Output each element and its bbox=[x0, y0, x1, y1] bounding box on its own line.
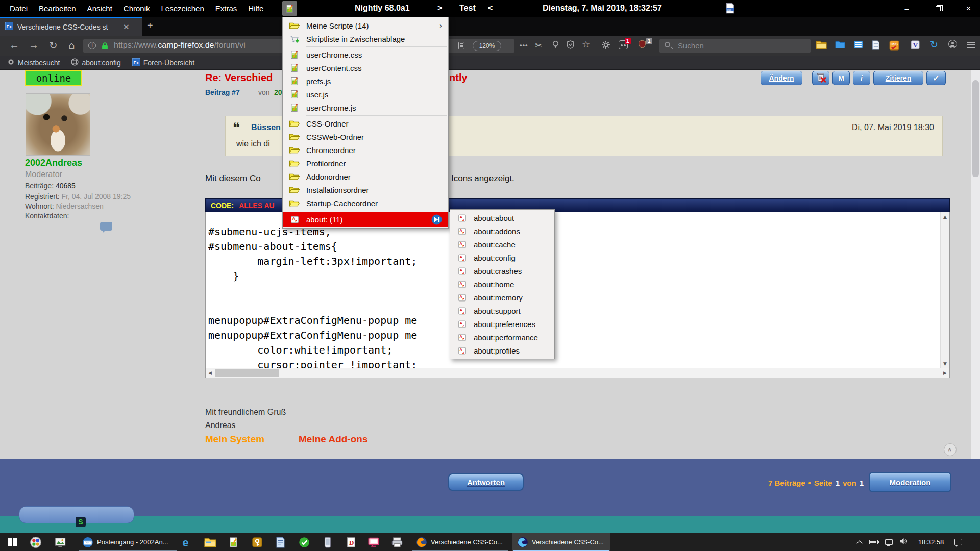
post-number-link[interactable]: Beitrag #7 bbox=[205, 88, 240, 96]
bookmark-meistbesucht[interactable]: Meistbesucht bbox=[7, 58, 60, 67]
taskbar-icon-notepad[interactable] bbox=[227, 535, 240, 549]
menubar-item-chronik[interactable]: Chronik bbox=[118, 4, 156, 13]
menu-item-startup-cacheordner[interactable]: Startup-Cacheordner bbox=[283, 196, 448, 210]
post-title-fragment-left[interactable]: Re: Verschied bbox=[205, 72, 273, 84]
menu-item-userchrome-js[interactable]: userChrome.js bbox=[283, 101, 448, 114]
tray-battery[interactable] bbox=[867, 533, 880, 551]
menubar-item-lesezeichen[interactable]: Lesezeichen bbox=[156, 4, 210, 13]
submenu-item-about-profiles[interactable]: Azabout:profiles bbox=[450, 344, 554, 357]
taskbar-icon-check[interactable] bbox=[297, 535, 311, 549]
menu-item-profilordner[interactable]: Profilordner bbox=[283, 157, 448, 170]
post-author-link-fragment[interactable]: 20 bbox=[274, 88, 282, 96]
submenu-item-about-memory[interactable]: Azabout:memory bbox=[450, 291, 554, 304]
action-center[interactable] bbox=[950, 533, 966, 551]
tab-close-icon[interactable]: ✕ bbox=[123, 22, 130, 32]
menu-item-cssweb-ordner[interactable]: CSSWeb-Ordner bbox=[283, 130, 448, 143]
reload-icon[interactable]: ↻ bbox=[49, 39, 58, 52]
submenu-item-about-addons[interactable]: Azabout:addons bbox=[450, 224, 554, 238]
menubar-item-datei[interactable]: Datei bbox=[4, 4, 33, 13]
taskbar-icon-keepass[interactable] bbox=[250, 535, 264, 549]
taskbar-icon-printer[interactable] bbox=[390, 535, 404, 549]
reply-button[interactable]: Antworten bbox=[448, 473, 524, 491]
taskbar-icon-paint[interactable] bbox=[29, 535, 42, 549]
taskbar-icon-edge[interactable]: e bbox=[180, 535, 193, 549]
taskbar-icon-remote[interactable] bbox=[366, 535, 380, 549]
menu-item-about-11-[interactable]: Azabout: (11) bbox=[283, 212, 448, 227]
start-button[interactable] bbox=[0, 533, 24, 551]
css-tool-icon[interactable]: CSS bbox=[889, 40, 899, 53]
tray-display[interactable] bbox=[882, 533, 895, 551]
search-bar[interactable]: Suchen bbox=[659, 39, 811, 53]
close-button[interactable]: × bbox=[957, 0, 980, 17]
page-info-icon[interactable]: i bbox=[88, 42, 96, 49]
menu-item-user-js[interactable]: user.js bbox=[283, 88, 448, 101]
home-icon[interactable]: ⌂ bbox=[68, 39, 75, 52]
taskbar-icon-explorer[interactable] bbox=[203, 535, 217, 549]
menu-item-css-ordner[interactable]: CSS-Ordner bbox=[283, 117, 448, 130]
taskbar-icon-notes[interactable] bbox=[274, 535, 287, 549]
submenu-item-about-crashes[interactable]: Azabout:crashes bbox=[450, 264, 554, 278]
submenu-item-about-about[interactable]: Azabout:about bbox=[450, 211, 554, 224]
scroll-to-top-button[interactable]: « bbox=[944, 443, 957, 456]
submenu-item-about-performance[interactable]: Azabout:performance bbox=[450, 331, 554, 344]
settings-gear-icon[interactable] bbox=[601, 40, 610, 52]
back-icon[interactable]: ← bbox=[9, 39, 19, 51]
submenu-item-about-support[interactable]: Azabout:support bbox=[450, 304, 554, 317]
menu-item-chromeordner[interactable]: Chromeordner bbox=[283, 143, 448, 157]
bookmark-foren-bersicht[interactable]: FxForen-Übersicht bbox=[132, 58, 194, 68]
s-shortcut-icon[interactable]: S bbox=[76, 517, 86, 527]
info-button[interactable]: i bbox=[853, 71, 870, 85]
new-tab-button[interactable]: + bbox=[147, 20, 153, 32]
edit-button[interactable]: Ändern bbox=[761, 71, 802, 85]
scroll-up-icon[interactable]: ▲ bbox=[943, 214, 947, 219]
scroll-left-icon[interactable]: ◀ bbox=[208, 370, 212, 375]
taskbar-window-1[interactable]: Verschiedene CSS-Co... bbox=[411, 533, 509, 551]
tab-active[interactable]: Fx Verschiedene CSS-Codes st ✕ bbox=[0, 17, 142, 36]
h-scrollbar-thumb[interactable] bbox=[215, 369, 279, 377]
scroll-right-icon[interactable]: ▶ bbox=[943, 370, 947, 375]
delete-button[interactable] bbox=[812, 71, 829, 85]
code-horizontal-scrollbar[interactable]: ◀ ▶ bbox=[205, 368, 950, 378]
downloads-folder-icon[interactable] bbox=[816, 40, 827, 52]
forward-icon[interactable]: → bbox=[29, 39, 39, 51]
tray-volume[interactable] bbox=[896, 533, 910, 551]
menu-hamburger-icon[interactable] bbox=[967, 42, 975, 43]
shield-icon[interactable] bbox=[567, 40, 574, 51]
submenu-item-about-cache[interactable]: Azabout:cache bbox=[450, 238, 554, 251]
v-addon-icon[interactable]: V bbox=[911, 40, 920, 52]
lock-icon[interactable] bbox=[102, 42, 108, 52]
taskbar-icon-dictionary[interactable]: D bbox=[344, 535, 358, 549]
reader-mode-icon[interactable] bbox=[458, 42, 464, 49]
taskbar-icon-phone[interactable] bbox=[321, 535, 334, 549]
signature-link-system[interactable]: Mein System bbox=[205, 434, 264, 445]
page-scrollbar-thumb[interactable] bbox=[972, 80, 979, 177]
pagination-segment[interactable]: 1 bbox=[860, 479, 864, 487]
script-menu-button[interactable] bbox=[282, 1, 297, 16]
lightbulb-icon[interactable] bbox=[552, 40, 559, 51]
m-button[interactable]: M bbox=[832, 71, 850, 85]
menu-item-addonordner[interactable]: Addonordner bbox=[283, 170, 448, 183]
submenu-item-about-preferences[interactable]: Azabout:preferences bbox=[450, 317, 554, 331]
page-actions-icon[interactable]: ••• bbox=[520, 41, 528, 49]
blue-folder-icon[interactable] bbox=[835, 40, 845, 51]
ublock-icon[interactable] bbox=[638, 40, 646, 51]
username-link[interactable]: 2002Andreas bbox=[25, 158, 82, 168]
submenu-item-about-home[interactable]: Azabout:home bbox=[450, 278, 554, 291]
tray-clock[interactable]: 18:32:58 bbox=[913, 533, 949, 551]
bookmark-about-config[interactable]: about:config bbox=[71, 58, 120, 67]
menubar-item-hilfe[interactable]: Hilfe bbox=[242, 4, 269, 13]
menu-item-userchrome-css[interactable]: userChrome.css bbox=[283, 48, 448, 61]
menu-item-meine-scripte-14-[interactable]: Meine Scripte (14)› bbox=[283, 19, 448, 32]
taskbar-window-2[interactable]: Verschiedene CSS-Co... bbox=[512, 533, 610, 551]
sync-icon[interactable]: ↻ bbox=[930, 39, 938, 51]
bookmark-doc-icon[interactable] bbox=[872, 40, 880, 52]
code-vertical-scrollbar[interactable]: ▲ ▼ bbox=[940, 212, 949, 368]
menubar-item-extras[interactable]: Extras bbox=[210, 4, 243, 13]
account-icon[interactable] bbox=[948, 40, 957, 48]
screenshot-scissors-icon[interactable]: ✂ bbox=[535, 40, 542, 51]
contact-pm-icon[interactable] bbox=[100, 222, 112, 231]
taskbar-icon-viewer[interactable] bbox=[53, 535, 67, 549]
scroll-down-icon[interactable]: ▼ bbox=[943, 361, 947, 366]
minimize-button[interactable]: – bbox=[895, 0, 918, 17]
approve-check-button[interactable]: ✓ bbox=[926, 71, 946, 85]
